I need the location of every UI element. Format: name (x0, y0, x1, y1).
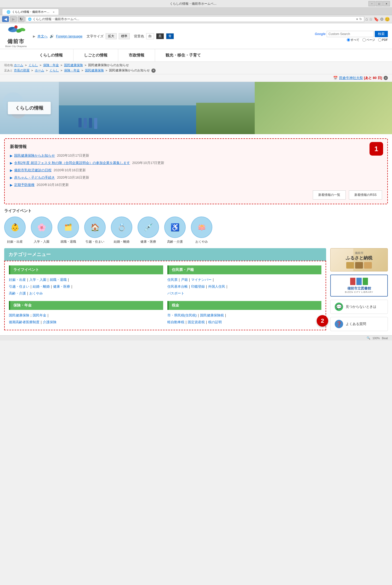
radio-page-input[interactable] (362, 38, 366, 42)
address-refresh-icon[interactable]: ↻ (359, 17, 362, 21)
new-info-link-4[interactable]: 赤ちゃん・子どもの手続き (14, 175, 55, 180)
honbun-link[interactable]: 本文へ (37, 34, 48, 39)
maximize-button[interactable]: □ (376, 1, 383, 6)
minimize-button[interactable]: － (368, 1, 375, 6)
find-link[interactable]: 💬 見つからないときは (330, 300, 388, 314)
forward-button[interactable]: ▶ (10, 16, 17, 22)
radio-page-label[interactable]: ページ (362, 38, 375, 42)
browser-tab[interactable]: 🌐 くらしの情報・備前市ホームペ... × (2, 9, 59, 15)
tax-link-shomei[interactable]: 税の証明 (208, 320, 222, 324)
logo-svg (5, 25, 27, 38)
life-link-pregnancy[interactable]: 妊娠・出産 (9, 278, 26, 282)
address-bar[interactable]: 🌐 くらしの情報・備前市ホームペ... ▼ ↻ (26, 16, 364, 22)
history-close-button[interactable]: ✕ (151, 69, 156, 73)
life-event-marriage[interactable]: 💍 結婚・離婚 (111, 217, 132, 244)
reg-link-inkan[interactable]: 印鑑登録 (191, 285, 205, 288)
life-link-health[interactable]: 健康・医療 (53, 285, 70, 288)
arrow-icon-5: ▶ (10, 183, 13, 187)
library-banner[interactable]: 備前市立図書館 BIZEN CITY LIBRARY (330, 275, 388, 297)
history-mayor[interactable]: 市長の部屋 (14, 68, 30, 73)
new-info-date-5: 2020年10月16日更新 (37, 183, 69, 187)
history-home[interactable]: ホーム (35, 68, 44, 73)
life-event-pregnancy[interactable]: 👶 妊娠・出産 (4, 217, 26, 244)
reg-link-jumin[interactable]: 住民票 (167, 278, 178, 282)
life-event-move[interactable]: 🏠 引越・住まい (84, 217, 106, 244)
new-info-list-button[interactable]: 新着情報の一覧 (313, 190, 346, 200)
card-insurance-title: 保険・年金 (9, 301, 163, 310)
history-hoken[interactable]: 保険・年金 (64, 68, 80, 73)
size-normal-button[interactable]: 標準 (119, 33, 130, 39)
life-event-elderly[interactable]: ♿ 高齢・介護 (164, 217, 186, 244)
new-info-link-3[interactable]: 備前市乳幼児健診の日程 (14, 168, 52, 173)
radio-pdf-label[interactable]: PDF (378, 38, 388, 42)
close-button[interactable]: × (383, 1, 390, 6)
radio-all-input[interactable] (347, 38, 350, 42)
life-link-school[interactable]: 入学・入園 (29, 278, 46, 282)
life-link-elderly[interactable]: 高齢・介護 (9, 291, 26, 295)
life-event-funeral[interactable]: 🪷 おくやみ (191, 217, 212, 244)
logo-city-name: 備前市 (7, 38, 25, 45)
home-icon[interactable]: ⌂ (365, 17, 368, 22)
funeral-label: おくやみ (195, 240, 208, 244)
reg-link-koseki[interactable]: 戸籍 (181, 278, 188, 282)
site-logo[interactable]: 備前市 Bizen City Okayama (4, 25, 28, 48)
new-info-link-5[interactable]: 定期予防接種 (14, 183, 35, 187)
bg-blue-button[interactable]: 青 (166, 33, 174, 39)
tax-link-jumin[interactable]: 市・県民税(住民税) (167, 313, 197, 317)
breadcrumb-kurashi[interactable]: くらし (29, 63, 38, 67)
radio-all-label[interactable]: すべて (347, 38, 359, 42)
bg-black-button[interactable]: 黒 (156, 33, 164, 39)
reg-link-my-number[interactable]: マイナンバー (191, 278, 212, 282)
life-event-job[interactable]: 🗂️ 就職・退職 (58, 217, 79, 244)
new-info-rss-button[interactable]: 新着情報のRSS (349, 190, 382, 200)
refresh-button[interactable]: ↻ (18, 16, 25, 22)
category-card-insurance: 保険・年金 国民健康保険；国民年金｜ 後期高齢者医療制度｜介護保険 (9, 301, 163, 326)
life-link-marriage[interactable]: 結婚・離婚 (33, 285, 50, 288)
tab-close-icon[interactable]: × (53, 10, 54, 14)
breadcrumb-home[interactable]: ホーム (14, 63, 23, 67)
star-icon[interactable]: ☆ (369, 17, 373, 22)
life-event-health[interactable]: 💉 健康・医療 (138, 217, 159, 244)
breadcrumb-hoken[interactable]: 保険・年金 (43, 63, 59, 67)
calendar-close-button[interactable]: ✕ (384, 76, 388, 80)
ins-link-kaigo[interactable]: 介護保険 (43, 320, 56, 324)
size-enlarge-button[interactable]: 拡大 (106, 33, 117, 39)
settings-icon[interactable]: ⚙ (380, 17, 384, 22)
nav-item-kanko[interactable]: 観光・移住・子育て (155, 49, 211, 61)
furusato-banner[interactable]: 備前市 ふるさと納税 (330, 248, 388, 271)
life-link-move[interactable]: 引越・住まい (9, 285, 29, 288)
window-title: くらしの情報・備前市ホームペ... (170, 2, 216, 6)
reg-link-passport[interactable]: パスポート (167, 291, 184, 295)
radio-pdf-input[interactable] (378, 38, 382, 42)
new-info-link-1[interactable]: 国民健康保険からお知らせ (14, 153, 55, 158)
tax-link-kotei[interactable]: 固定資産税 (188, 320, 205, 324)
nav-item-shigoto[interactable]: しごとの情報 (73, 49, 118, 61)
nav-item-kurashi[interactable]: くらしの情報 (29, 49, 73, 61)
back-button[interactable]: ◀ (2, 16, 9, 22)
faq-link[interactable]: ❓ よくある質問 (330, 317, 388, 331)
history-kurashi[interactable]: くらし (49, 68, 59, 73)
ins-link-kokumin[interactable]: 国民健康保険 (9, 313, 29, 317)
search-button[interactable]: 検索 (375, 31, 388, 37)
breadcrumb-kokumin[interactable]: 国民健康保険 (64, 63, 83, 67)
reg-link-foreign[interactable]: 外国人住民 (208, 285, 225, 288)
bg-white-button[interactable]: 白 (146, 33, 154, 39)
calendar-event-link[interactable]: 田倉牛神社大祭 (339, 76, 363, 80)
reg-link-kihon[interactable]: 住民基本台帳 (167, 285, 188, 288)
foreign-language-link[interactable]: Foreign language (56, 34, 82, 38)
ins-link-nenkin[interactable]: 国民年金 (33, 313, 46, 317)
library-en: BIZEN CITY LIBRARY (345, 291, 373, 293)
search-input[interactable] (327, 31, 374, 37)
history-kokumin[interactable]: 国民健康保険 (85, 68, 104, 73)
life-link-job[interactable]: 就職・退職 (50, 278, 67, 282)
life-event-school[interactable]: 🌸 入学・入園 (31, 217, 52, 244)
nav-item-shisei[interactable]: 市政情報 (118, 49, 155, 61)
bookmark-icon[interactable]: 🔖 (374, 17, 379, 22)
emoji-icon[interactable]: 😊 (385, 17, 390, 22)
address-dropdown-icon[interactable]: ▼ (356, 18, 358, 21)
ins-link-kouki[interactable]: 後期高齢者医療制度 (9, 320, 39, 324)
tax-link-kei[interactable]: 軽自動車税 (167, 320, 184, 324)
life-link-funeral[interactable]: おくやみ (29, 291, 43, 295)
tax-link-kokumin[interactable]: 国民健康保険税 (200, 313, 224, 317)
new-info-link-2[interactable]: 令和2年度 就活フェスタ 秋の陣（合同企業説明会）の参加企業を募集します (14, 161, 130, 165)
